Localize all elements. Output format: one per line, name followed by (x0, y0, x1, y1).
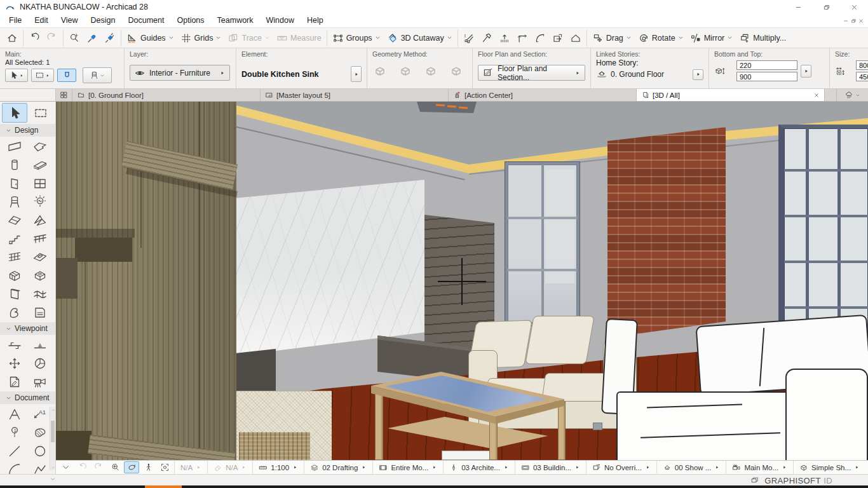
tool-wall[interactable] (2, 137, 27, 156)
menu-teamwork[interactable]: Teamwork (211, 14, 260, 27)
zoom-in[interactable] (107, 461, 123, 473)
tool-drawingtool[interactable]: 1 (2, 423, 27, 442)
trim-button[interactable] (496, 30, 513, 46)
toolbox-section-design[interactable]: Design (0, 124, 55, 137)
scroll-down-icon[interactable] (50, 464, 55, 470)
pick-up-parameters-button[interactable] (83, 30, 101, 46)
home-button[interactable] (3, 30, 21, 46)
camera-chip[interactable]: Main Mo... (726, 461, 793, 474)
tab-master-layout[interactable]: [Master layout 5] (261, 89, 449, 101)
tool-filltool[interactable] (27, 423, 53, 442)
arrow-mode-button[interactable] (5, 69, 28, 82)
tool-elevationmk[interactable] (27, 336, 53, 354)
menu-edit[interactable]: Edit (28, 14, 55, 27)
statusbar-collapse[interactable] (58, 461, 73, 473)
marquee-filter-chip[interactable]: Entire Mo... (372, 461, 443, 474)
quick-options-button[interactable] (56, 89, 72, 101)
scrollbar-thumb[interactable] (51, 421, 55, 442)
multiply-button[interactable]: Multiply... (736, 30, 789, 46)
doc-restore-icon[interactable] (850, 18, 857, 24)
intersect-button[interactable] (513, 30, 531, 46)
tool-window[interactable] (27, 174, 53, 193)
wicker-basket[interactable] (239, 432, 310, 460)
roof-button[interactable] (567, 30, 585, 46)
explore-walk[interactable] (140, 461, 156, 473)
gravity-magnet-button[interactable] (57, 69, 76, 82)
close-button[interactable] (840, 0, 868, 14)
arrow-tool[interactable] (2, 103, 27, 123)
tool-beam[interactable] (27, 156, 53, 174)
marquee-mode-button[interactable] (31, 69, 54, 82)
tab-3d-all[interactable]: [3D / All] (637, 89, 825, 101)
scroll-up-icon[interactable] (50, 407, 55, 413)
pen-set-chip[interactable]: 03 Archite... (443, 461, 515, 474)
bottom-top-flyout-button[interactable] (801, 65, 811, 78)
tool-roof[interactable] (2, 211, 27, 229)
split-button[interactable] (460, 30, 478, 46)
tool-linetool[interactable] (2, 442, 27, 460)
tool-labeltool[interactable]: A1 (27, 405, 53, 423)
default-object-button[interactable] (83, 67, 112, 83)
menu-document[interactable]: Document (122, 14, 171, 27)
menu-window[interactable]: Window (260, 14, 301, 27)
tool-polytool[interactable] (27, 460, 53, 474)
layer-field[interactable]: Interior - Furniture (130, 65, 230, 81)
renovation-filter2-chip[interactable]: 00 Show ... (656, 461, 726, 474)
toolbox-scrollbar[interactable] (50, 407, 55, 470)
bottom-offset-input[interactable] (736, 60, 797, 70)
toolbox-section-document[interactable]: Document (0, 391, 55, 404)
toolbox-section-viewpoint[interactable]: Viewpoint (0, 322, 55, 335)
tool-opening[interactable] (27, 266, 53, 285)
undo-button[interactable] (25, 30, 43, 46)
size-width-input[interactable] (856, 60, 868, 70)
tool-textool[interactable] (2, 405, 27, 423)
fillet-button[interactable] (531, 30, 549, 46)
tab-ground-floor[interactable]: [0. Ground Floor] (72, 89, 261, 101)
shelf-unit[interactable] (56, 102, 236, 460)
drag-button[interactable]: Drag (589, 30, 635, 46)
doc-close-icon[interactable] (858, 18, 864, 24)
doc-minimize-icon[interactable] (843, 18, 849, 24)
top-offset-input[interactable] (736, 72, 797, 81)
cutaway-button[interactable]: 3D Cutaway (384, 30, 456, 46)
coffee-table[interactable] (371, 367, 569, 460)
collapse-chevron-icon[interactable] (50, 476, 56, 482)
adjust-button[interactable] (478, 30, 496, 46)
tool-circletool[interactable] (27, 442, 53, 460)
minimize-button[interactable] (784, 0, 812, 14)
resize-button[interactable] (549, 30, 567, 46)
orbit[interactable] (124, 461, 139, 473)
tool-slab[interactable] (27, 137, 53, 156)
graphisoft-id-button[interactable]: GRAPHISOFT ID (750, 475, 832, 485)
tool-freeform[interactable] (2, 303, 27, 322)
tool-worksheet[interactable] (2, 372, 27, 391)
find-select-button[interactable] (65, 30, 83, 46)
tool-detail[interactable] (27, 354, 53, 372)
element-settings-button[interactable] (351, 66, 362, 82)
groups-button[interactable]: Groups (329, 30, 384, 46)
tool-sectionmk[interactable] (2, 336, 27, 354)
glass-partition-window[interactable] (505, 162, 580, 325)
grids-button[interactable]: Grids (177, 30, 225, 46)
close-tab-icon[interactable] (813, 92, 820, 98)
size-height-input[interactable] (856, 72, 868, 81)
tool-railing[interactable] (27, 229, 53, 248)
tab-overflow-button[interactable] (836, 89, 868, 101)
tool-chair[interactable] (2, 193, 27, 211)
tool-mesh[interactable] (27, 285, 53, 303)
tool-shell[interactable] (27, 211, 53, 229)
model-view-options-chip[interactable]: 03 Buildin... (515, 461, 586, 474)
shading-mode-chip[interactable]: Simple Sh... (793, 461, 865, 474)
tool-panel[interactable] (2, 285, 27, 303)
menu-options[interactable]: Options (170, 14, 210, 27)
tool-stair[interactable] (2, 229, 27, 248)
tool-morph[interactable] (2, 266, 27, 285)
tab-action-center[interactable]: [Action Center] (449, 89, 637, 101)
restore-button[interactable] (812, 0, 840, 14)
menu-help[interactable]: Help (301, 14, 330, 27)
tool-skylight[interactable] (27, 248, 53, 266)
tool-zonestamp[interactable] (27, 303, 53, 322)
menu-design[interactable]: Design (85, 14, 122, 27)
marquee-tool[interactable] (29, 103, 54, 123)
viewport-3d[interactable] (56, 102, 868, 460)
